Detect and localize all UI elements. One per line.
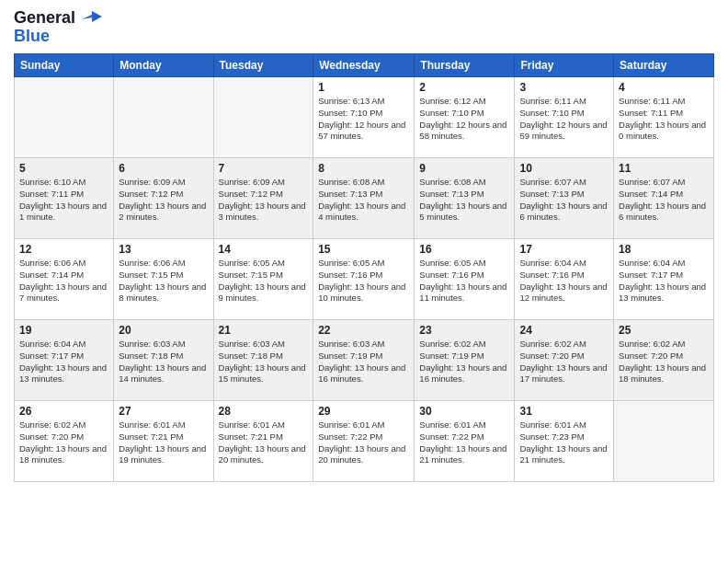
day-number: 8 [318, 162, 409, 175]
day-number: 10 [519, 162, 609, 175]
calendar-header-sunday: Sunday [15, 54, 114, 77]
calendar-week-row: 1Sunrise: 6:13 AM Sunset: 7:10 PM Daylig… [15, 77, 714, 158]
day-info: Sunrise: 6:02 AM Sunset: 7:20 PM Dayligh… [619, 339, 709, 385]
day-info: Sunrise: 6:08 AM Sunset: 7:13 PM Dayligh… [419, 177, 509, 224]
day-info: Sunrise: 6:12 AM Sunset: 7:10 PM Dayligh… [419, 96, 509, 143]
day-info: Sunrise: 6:01 AM Sunset: 7:21 PM Dayligh… [119, 419, 208, 466]
day-info: Sunrise: 6:03 AM Sunset: 7:18 PM Dayligh… [219, 339, 309, 385]
calendar-cell: 24Sunrise: 6:02 AM Sunset: 7:20 PM Dayli… [515, 320, 614, 401]
day-info: Sunrise: 6:11 AM Sunset: 7:11 PM Dayligh… [619, 96, 709, 143]
day-info: Sunrise: 6:02 AM Sunset: 7:20 PM Dayligh… [519, 339, 609, 385]
calendar-cell: 26Sunrise: 6:02 AM Sunset: 7:20 PM Dayli… [15, 401, 114, 482]
calendar-cell: 5Sunrise: 6:10 AM Sunset: 7:11 PM Daylig… [15, 158, 114, 239]
calendar-table: SundayMondayTuesdayWednesdayThursdayFrid… [14, 53, 714, 482]
calendar-cell: 20Sunrise: 6:03 AM Sunset: 7:18 PM Dayli… [114, 320, 213, 401]
day-info: Sunrise: 6:07 AM Sunset: 7:14 PM Dayligh… [619, 177, 709, 224]
calendar-header-row: SundayMondayTuesdayWednesdayThursdayFrid… [15, 54, 714, 77]
calendar-cell: 6Sunrise: 6:09 AM Sunset: 7:12 PM Daylig… [114, 158, 213, 239]
calendar-cell [114, 77, 213, 158]
calendar-header-saturday: Saturday [614, 54, 714, 77]
calendar-cell: 1Sunrise: 6:13 AM Sunset: 7:10 PM Daylig… [313, 77, 415, 158]
calendar-cell: 22Sunrise: 6:03 AM Sunset: 7:19 PM Dayli… [313, 320, 415, 401]
day-number: 27 [119, 405, 208, 418]
day-info: Sunrise: 6:06 AM Sunset: 7:15 PM Dayligh… [119, 258, 208, 304]
day-info: Sunrise: 6:13 AM Sunset: 7:10 PM Dayligh… [318, 96, 409, 143]
calendar-cell [213, 77, 313, 158]
day-number: 21 [219, 324, 309, 337]
calendar-cell: 16Sunrise: 6:05 AM Sunset: 7:16 PM Dayli… [415, 239, 515, 320]
day-number: 11 [619, 162, 709, 175]
day-number: 25 [619, 324, 709, 337]
calendar-cell [15, 77, 114, 158]
calendar-cell: 7Sunrise: 6:09 AM Sunset: 7:12 PM Daylig… [213, 158, 313, 239]
calendar-week-row: 19Sunrise: 6:04 AM Sunset: 7:17 PM Dayli… [15, 320, 714, 401]
calendar-cell: 4Sunrise: 6:11 AM Sunset: 7:11 PM Daylig… [614, 77, 714, 158]
day-number: 30 [419, 405, 509, 418]
day-number: 23 [419, 324, 509, 337]
calendar-cell: 31Sunrise: 6:01 AM Sunset: 7:23 PM Dayli… [515, 401, 614, 482]
calendar-header-monday: Monday [114, 54, 213, 77]
calendar-cell: 11Sunrise: 6:07 AM Sunset: 7:14 PM Dayli… [614, 158, 714, 239]
calendar-cell: 19Sunrise: 6:04 AM Sunset: 7:17 PM Dayli… [15, 320, 114, 401]
page-container: General Blue SundayMondayTuesdayWednesda… [0, 0, 728, 491]
day-number: 22 [318, 324, 409, 337]
day-info: Sunrise: 6:01 AM Sunset: 7:23 PM Dayligh… [519, 419, 609, 466]
calendar-week-row: 5Sunrise: 6:10 AM Sunset: 7:11 PM Daylig… [15, 158, 714, 239]
logo-general: General [14, 8, 75, 27]
calendar-cell: 21Sunrise: 6:03 AM Sunset: 7:18 PM Dayli… [213, 320, 313, 401]
day-number: 29 [318, 405, 409, 418]
day-info: Sunrise: 6:02 AM Sunset: 7:19 PM Dayligh… [419, 339, 509, 385]
calendar-cell: 29Sunrise: 6:01 AM Sunset: 7:22 PM Dayli… [313, 401, 415, 482]
day-number: 6 [119, 162, 208, 175]
day-number: 1 [318, 81, 409, 94]
day-info: Sunrise: 6:08 AM Sunset: 7:13 PM Dayligh… [318, 177, 409, 224]
day-number: 28 [219, 405, 309, 418]
day-info: Sunrise: 6:04 AM Sunset: 7:17 PM Dayligh… [19, 339, 108, 385]
day-info: Sunrise: 6:02 AM Sunset: 7:20 PM Dayligh… [19, 419, 108, 466]
calendar-cell: 30Sunrise: 6:01 AM Sunset: 7:22 PM Dayli… [415, 401, 515, 482]
calendar-cell [614, 401, 714, 482]
calendar-cell: 27Sunrise: 6:01 AM Sunset: 7:21 PM Dayli… [114, 401, 213, 482]
header: General Blue [14, 9, 714, 46]
day-info: Sunrise: 6:01 AM Sunset: 7:21 PM Dayligh… [219, 419, 309, 466]
day-number: 2 [419, 81, 509, 94]
calendar-cell: 14Sunrise: 6:05 AM Sunset: 7:15 PM Dayli… [213, 239, 313, 320]
calendar-week-row: 12Sunrise: 6:06 AM Sunset: 7:14 PM Dayli… [15, 239, 714, 320]
day-info: Sunrise: 6:03 AM Sunset: 7:18 PM Dayligh… [119, 339, 208, 385]
calendar-cell: 12Sunrise: 6:06 AM Sunset: 7:14 PM Dayli… [15, 239, 114, 320]
calendar-cell: 23Sunrise: 6:02 AM Sunset: 7:19 PM Dayli… [415, 320, 515, 401]
day-info: Sunrise: 6:06 AM Sunset: 7:14 PM Dayligh… [19, 258, 108, 304]
day-number: 19 [19, 324, 108, 337]
calendar-cell: 13Sunrise: 6:06 AM Sunset: 7:15 PM Dayli… [114, 239, 213, 320]
calendar-cell: 18Sunrise: 6:04 AM Sunset: 7:17 PM Dayli… [614, 239, 714, 320]
day-number: 20 [119, 324, 208, 337]
logo-blue: Blue [14, 27, 50, 46]
calendar-cell: 3Sunrise: 6:11 AM Sunset: 7:10 PM Daylig… [515, 77, 614, 158]
day-number: 3 [519, 81, 609, 94]
svg-marker-0 [82, 11, 102, 22]
day-info: Sunrise: 6:05 AM Sunset: 7:16 PM Dayligh… [419, 258, 509, 304]
calendar-cell: 10Sunrise: 6:07 AM Sunset: 7:13 PM Dayli… [515, 158, 614, 239]
day-info: Sunrise: 6:05 AM Sunset: 7:15 PM Dayligh… [219, 258, 309, 304]
calendar-cell: 28Sunrise: 6:01 AM Sunset: 7:21 PM Dayli… [213, 401, 313, 482]
day-number: 24 [519, 324, 609, 337]
logo-bird-icon [82, 9, 102, 26]
calendar-cell: 17Sunrise: 6:04 AM Sunset: 7:16 PM Dayli… [515, 239, 614, 320]
calendar-header-tuesday: Tuesday [213, 54, 313, 77]
day-number: 7 [219, 162, 309, 175]
day-number: 14 [219, 243, 309, 256]
calendar-header-friday: Friday [515, 54, 614, 77]
day-number: 15 [318, 243, 409, 256]
calendar-header-thursday: Thursday [415, 54, 515, 77]
calendar-cell: 9Sunrise: 6:08 AM Sunset: 7:13 PM Daylig… [415, 158, 515, 239]
day-info: Sunrise: 6:10 AM Sunset: 7:11 PM Dayligh… [19, 177, 108, 224]
day-number: 9 [419, 162, 509, 175]
day-info: Sunrise: 6:09 AM Sunset: 7:12 PM Dayligh… [119, 177, 208, 224]
day-number: 18 [619, 243, 709, 256]
day-info: Sunrise: 6:07 AM Sunset: 7:13 PM Dayligh… [519, 177, 609, 224]
day-info: Sunrise: 6:04 AM Sunset: 7:16 PM Dayligh… [519, 258, 609, 304]
day-number: 16 [419, 243, 509, 256]
day-info: Sunrise: 6:05 AM Sunset: 7:16 PM Dayligh… [318, 258, 409, 304]
day-info: Sunrise: 6:09 AM Sunset: 7:12 PM Dayligh… [219, 177, 309, 224]
calendar-header-wednesday: Wednesday [313, 54, 415, 77]
